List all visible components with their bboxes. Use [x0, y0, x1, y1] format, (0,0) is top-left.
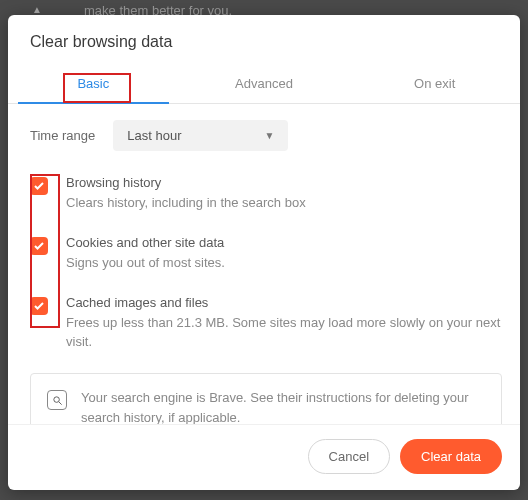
option-desc: Frees up less than 21.3 MB. Some sites m…: [66, 314, 502, 352]
notice-text: Your search engine is Brave. See their i…: [81, 388, 485, 424]
dialog-content: Time range Last hour ▼ Browsing history …: [8, 104, 520, 424]
tab-advanced[interactable]: Advanced: [179, 65, 350, 103]
time-range-label: Time range: [30, 128, 95, 143]
checkbox-browsing-history[interactable]: [30, 177, 48, 195]
checkbox-cached[interactable]: [30, 297, 48, 315]
magnifier-icon: [47, 390, 67, 410]
option-title: Cached images and files: [66, 295, 502, 310]
dialog-title: Clear browsing data: [8, 15, 520, 65]
checkbox-cookies[interactable]: [30, 237, 48, 255]
tab-basic[interactable]: Basic: [8, 65, 179, 103]
clear-browsing-data-dialog: Clear browsing data Basic Advanced On ex…: [8, 15, 520, 490]
collapse-chevron-icon: ▲: [32, 4, 42, 15]
option-desc: Clears history, including in the search …: [66, 194, 306, 213]
svg-line-1: [58, 402, 61, 405]
svg-point-0: [53, 397, 59, 403]
option-cookies: Cookies and other site data Signs you ou…: [30, 235, 502, 273]
option-browsing-history: Browsing history Clears history, includi…: [30, 175, 502, 213]
option-title: Cookies and other site data: [66, 235, 225, 250]
dialog-footer: Cancel Clear data: [8, 424, 520, 490]
chevron-down-icon: ▼: [264, 130, 274, 141]
option-desc: Signs you out of most sites.: [66, 254, 225, 273]
time-range-value: Last hour: [127, 128, 181, 143]
dialog-tabs: Basic Advanced On exit: [8, 65, 520, 104]
option-title: Browsing history: [66, 175, 306, 190]
clear-data-button[interactable]: Clear data: [400, 439, 502, 474]
search-engine-notice: Your search engine is Brave. See their i…: [30, 373, 502, 424]
check-icon: [33, 180, 45, 192]
check-icon: [33, 240, 45, 252]
tab-on-exit[interactable]: On exit: [349, 65, 520, 103]
check-icon: [33, 300, 45, 312]
cancel-button[interactable]: Cancel: [308, 439, 390, 474]
time-range-select[interactable]: Last hour ▼: [113, 120, 288, 151]
option-cached: Cached images and files Frees up less th…: [30, 295, 502, 352]
